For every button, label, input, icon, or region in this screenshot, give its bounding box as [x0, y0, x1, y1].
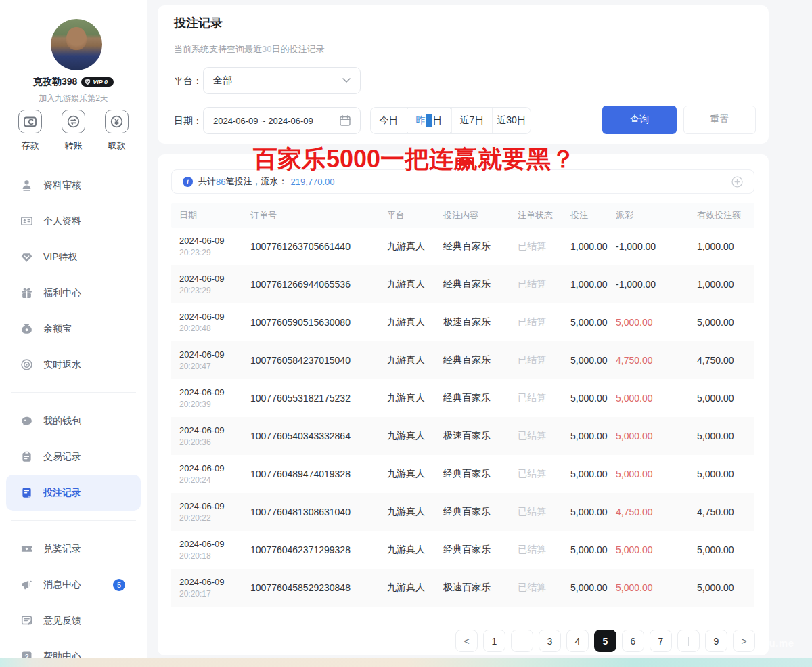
cell-bet-content: 经典百家乐	[443, 240, 518, 253]
sidebar-item[interactable]: 兑奖记录	[0, 531, 147, 567]
platform-select[interactable]: 全部	[203, 67, 361, 94]
page-button-5[interactable]: 5	[594, 630, 616, 652]
page-button-3[interactable]: 3	[539, 630, 561, 652]
sidebar-item-active[interactable]: 投注记录	[6, 475, 141, 511]
range-button[interactable]: 今日	[371, 108, 407, 133]
sidebar-item[interactable]: 个人资料	[0, 203, 147, 239]
sidebar-item[interactable]: 资料审核	[0, 167, 147, 203]
column-header: 有效投注额	[697, 209, 754, 221]
summary-mid: 笔投注，流水：	[225, 175, 287, 188]
cell-valid-amount: 5,000.00	[697, 544, 754, 555]
page-button-7[interactable]: 7	[650, 630, 672, 652]
cell-date: 2024-06-0920:20:18	[179, 539, 250, 561]
sidebar-item[interactable]: 交易记录	[0, 439, 147, 475]
prev-page-button[interactable]: <	[455, 630, 478, 652]
avatar[interactable]	[51, 19, 102, 70]
cell-status: 已结算	[518, 354, 570, 366]
cell-date-value: 2024-06-09	[179, 425, 250, 435]
sidebar-item[interactable]: 意见反馈	[0, 603, 147, 639]
range-button[interactable]: 近7日	[451, 108, 492, 133]
ellipsis-page-button[interactable]: ···	[511, 630, 533, 652]
quick-action-deposit[interactable]: 存款	[18, 110, 42, 152]
sidebar-item-label: 实时返水	[43, 359, 81, 371]
cell-time-value: 20:20:18	[179, 551, 250, 561]
expand-plus-icon[interactable]	[731, 176, 743, 188]
rebate-icon	[20, 358, 33, 371]
range-button[interactable]: 近30日	[492, 108, 531, 133]
cell-order-number: 1007760489474019328	[250, 469, 387, 479]
column-header: 日期	[179, 209, 250, 221]
cell-bet-amount: 5,000.00	[570, 469, 616, 479]
cell-date: 2024-06-0920:20:22	[179, 501, 250, 523]
wallet-icon	[20, 414, 33, 427]
join-note: 加入九游娱乐第2天	[0, 93, 147, 104]
sidebar-item[interactable]: VIP特权	[0, 239, 147, 275]
profile-icon	[20, 215, 33, 228]
cell-date-value: 2024-06-09	[179, 311, 250, 322]
cell-platform: 九游真人	[387, 582, 443, 594]
page-button-4[interactable]: 4	[566, 630, 589, 652]
cell-date: 2024-06-0920:20:36	[179, 425, 250, 447]
sidebar-item[interactable]: 实时返水	[0, 347, 147, 383]
sidebar-item-label: 投注记录	[43, 487, 81, 499]
watermark: squ.me	[757, 637, 794, 649]
cell-payout: 5,000.00	[616, 431, 697, 442]
cell-payout: 5,000.00	[616, 469, 697, 479]
sidebar-item-label: 个人资料	[43, 215, 81, 228]
cell-platform: 九游真人	[387, 316, 443, 328]
sidebar-item[interactable]: 福利中心	[0, 275, 147, 311]
sidebar-item-label: 意见反馈	[43, 615, 81, 627]
deposit-icon	[18, 110, 42, 133]
range-label-part: 日	[433, 114, 443, 127]
next-page-button[interactable]: >	[733, 630, 755, 652]
cell-payout: 4,750.00	[616, 355, 697, 366]
sidebar-item-label: 余额宝	[43, 323, 72, 335]
cell-order-number: 1007760458529230848	[250, 582, 387, 593]
info-icon: i	[183, 177, 193, 187]
user-row: 克孜勒398 VIP 0	[0, 76, 147, 88]
sidebar-item[interactable]: 余额宝	[0, 311, 147, 347]
welfare-icon	[20, 286, 33, 299]
reset-button[interactable]: 重置	[683, 106, 756, 134]
quick-action-transfer[interactable]: 转账	[62, 110, 85, 152]
sidebar-item-label: 我的钱包	[43, 415, 81, 427]
ellipsis-page-button[interactable]: ···	[677, 630, 700, 652]
transfer-icon	[62, 110, 85, 133]
query-button[interactable]: 查询	[602, 106, 677, 134]
page-button-6[interactable]: 6	[622, 630, 644, 652]
date-range-input[interactable]: 2024-06-09 ~ 2024-06-09	[203, 107, 361, 134]
cell-bet-amount: 1,000.00	[570, 241, 616, 252]
table-row: 2024-06-0920:20:391007760553182175232九游真…	[171, 379, 754, 417]
table-body: 2024-06-0920:23:291007761263705661440九游真…	[171, 228, 754, 607]
cell-order-number: 1007760553182175232	[250, 393, 387, 404]
cell-payout: 4,750.00	[616, 507, 697, 517]
column-header: 投注内容	[443, 209, 518, 221]
cell-platform: 九游真人	[387, 392, 443, 404]
cell-valid-amount: 4,750.00	[697, 355, 754, 366]
cell-time-value: 20:20:17	[179, 589, 250, 599]
sidebar-item-label: 消息中心	[43, 579, 81, 591]
sidebar-item[interactable]: 我的钱包	[0, 403, 147, 439]
cell-status: 已结算	[518, 278, 570, 291]
page-button-1[interactable]: 1	[483, 630, 505, 652]
page: 克孜勒398 VIP 0 加入九游娱乐第2天 存款转账取款 资料审核个人资料VI…	[0, 0, 812, 667]
cell-status: 已结算	[518, 506, 570, 518]
ellipsis-bar	[688, 637, 689, 646]
cell-bet-amount: 5,000.00	[570, 582, 616, 593]
sidebar-item[interactable]: 消息中心5	[0, 567, 147, 603]
cell-payout: 5,000.00	[616, 317, 697, 328]
cell-valid-amount: 4,750.00	[697, 507, 754, 517]
quick-action-label: 取款	[108, 139, 126, 152]
platform-select-value: 全部	[213, 74, 232, 87]
sidebar-item-label: 福利中心	[43, 287, 81, 299]
cell-valid-amount: 5,000.00	[697, 431, 754, 442]
vip-badge-label: VIP 0	[93, 79, 108, 85]
page-button-9[interactable]: 9	[705, 630, 727, 652]
table-row: 2024-06-0920:20:471007760584237015040九游真…	[171, 341, 754, 379]
quick-action-withdraw[interactable]: 取款	[105, 110, 129, 152]
range-button[interactable]: 昨日	[407, 108, 451, 133]
subtitle-post: 日的投注记录	[271, 44, 324, 54]
cell-time-value: 20:20:24	[179, 475, 250, 485]
cell-status: 已结算	[518, 430, 570, 442]
audit-icon	[20, 179, 33, 192]
